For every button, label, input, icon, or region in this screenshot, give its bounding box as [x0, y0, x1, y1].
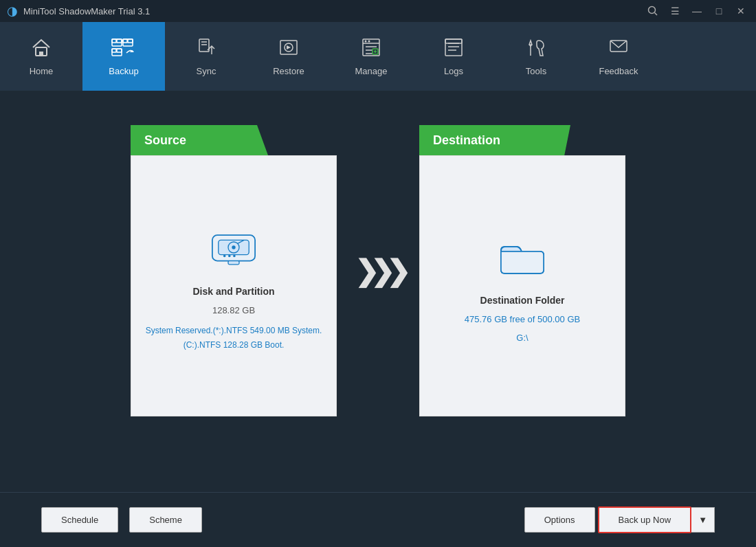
svg-point-20: [365, 41, 367, 43]
svg-point-42: [228, 255, 231, 258]
svg-rect-11: [112, 49, 116, 52]
nav-sync-label: Sync: [197, 66, 216, 76]
menu-icon[interactable]: ☰: [667, 3, 683, 19]
scheme-button[interactable]: Scheme: [129, 507, 202, 533]
arrow-area: ❯❯❯: [337, 254, 419, 288]
nav-feedback[interactable]: Feedback: [577, 22, 660, 91]
svg-point-0: [649, 7, 656, 14]
svg-rect-8: [123, 39, 127, 43]
svg-rect-28: [445, 39, 462, 56]
bottom-right-buttons: Options Back up Now ▼: [524, 506, 715, 533]
titlebar-controls: ☰ — □ ✕: [645, 3, 749, 19]
maximize-icon[interactable]: □: [711, 3, 727, 19]
svg-point-41: [223, 255, 226, 258]
bottombar: Schedule Scheme Options Back up Now ▼: [0, 492, 756, 547]
logs-icon: [443, 36, 465, 62]
backup-dropdown-button[interactable]: ▼: [691, 507, 715, 533]
source-header: Source: [144, 133, 186, 148]
svg-point-21: [368, 41, 370, 43]
forward-arrow-icon: ❯❯❯: [355, 254, 402, 288]
disk-icon: [206, 220, 261, 278]
nav-tools[interactable]: Tools: [495, 22, 577, 91]
svg-rect-3: [39, 52, 43, 56]
titlebar-title: MiniTool ShadowMaker Trial 3.1: [23, 6, 150, 16]
nav-tools-label: Tools: [526, 66, 546, 76]
svg-rect-5: [112, 39, 116, 43]
cards-area: Source: [41, 125, 715, 416]
svg-rect-12: [117, 49, 122, 52]
nav-backup-label: Backup: [109, 66, 138, 76]
feedback-icon: [608, 36, 630, 62]
nav-restore-label: Restore: [273, 66, 304, 76]
folder-icon: [495, 229, 550, 287]
svg-point-39: [232, 245, 235, 249]
restore-icon: [278, 36, 300, 62]
svg-rect-44: [228, 261, 239, 265]
svg-line-1: [655, 13, 658, 16]
search-icon[interactable]: [645, 3, 661, 19]
titlebar: ◑ MiniTool ShadowMaker Trial 3.1 ☰ — □ ✕: [0, 0, 756, 22]
close-icon[interactable]: ✕: [733, 3, 749, 19]
backup-icon: [111, 36, 136, 62]
nav-home[interactable]: Home: [0, 22, 82, 91]
destination-card-body[interactable]: Destination Folder 475.76 GB free of 500…: [419, 155, 625, 416]
nav-feedback-label: Feedback: [599, 66, 638, 76]
destination-card[interactable]: Destination Destination Folder 475.76 GB…: [419, 125, 625, 416]
destination-title: Destination Folder: [480, 295, 565, 306]
destination-path: G:\: [516, 333, 528, 343]
nav-manage-label: Manage: [355, 66, 388, 76]
destination-free: 475.76 GB free of 500.00 GB: [465, 314, 580, 324]
navbar: Home Backup: [0, 22, 756, 91]
options-button[interactable]: Options: [524, 507, 595, 533]
bottom-left-buttons: Schedule Scheme: [41, 507, 202, 533]
nav-logs-label: Logs: [444, 66, 463, 76]
home-icon: [30, 36, 52, 62]
tools-icon: [525, 36, 547, 62]
svg-point-43: [233, 255, 236, 258]
nav-manage[interactable]: Manage: [330, 22, 412, 91]
backup-now-button[interactable]: Back up Now: [598, 506, 692, 533]
svg-rect-32: [445, 39, 462, 43]
main-content: Source: [0, 91, 756, 492]
manage-icon: [360, 36, 382, 62]
titlebar-left: ◑ MiniTool ShadowMaker Trial 3.1: [7, 3, 150, 19]
nav-home-label: Home: [30, 66, 54, 76]
source-detail: System Reserved.(*:).NTFS 549.00 MB Syst…: [146, 324, 322, 352]
nav-restore[interactable]: Restore: [247, 22, 330, 91]
svg-rect-9: [128, 39, 133, 43]
schedule-button[interactable]: Schedule: [41, 507, 118, 533]
nav-sync[interactable]: Sync: [165, 22, 247, 91]
app-logo: ◑: [7, 3, 18, 19]
sync-icon: [195, 36, 217, 62]
minimize-icon[interactable]: —: [689, 3, 705, 19]
source-title: Disk and Partition: [192, 286, 274, 297]
source-card-body[interactable]: Disk and Partition 128.82 GB System Rese…: [131, 155, 337, 416]
source-size: 128.82 GB: [212, 305, 255, 315]
destination-header: Destination: [433, 133, 500, 148]
svg-rect-6: [117, 39, 122, 43]
nav-logs[interactable]: Logs: [412, 22, 495, 91]
nav-backup[interactable]: Backup: [82, 22, 165, 91]
source-card[interactable]: Source: [131, 125, 337, 416]
